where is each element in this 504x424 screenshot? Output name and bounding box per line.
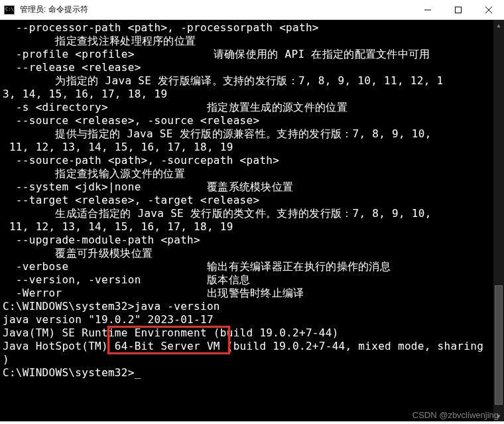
terminal-line: -Werror 出现警告时终止编译 — [3, 287, 501, 300]
terminal-line: --processor-path <path>, -processorpath … — [3, 21, 501, 35]
terminal-line: --source <release>, -source <release> — [3, 114, 501, 127]
terminal-line: C:\WINDOWS\system32>java -version — [3, 300, 501, 313]
terminal-line: 提供与指定的 Java SE 发行版的源兼容性。支持的发行版：7, 8, 9, … — [3, 127, 501, 141]
terminal-line: 3, 14, 15, 16, 17, 18, 19 — [3, 88, 501, 101]
maximize-icon — [455, 7, 462, 13]
window-controls — [412, 0, 504, 19]
terminal-line: --target <release>, -target <release> — [3, 194, 501, 207]
close-button[interactable] — [473, 0, 504, 19]
terminal-line: 11, 12, 13, 14, 15, 16, 17, 18, 19 — [3, 220, 501, 234]
terminal-line: 为指定的 Java SE 发行版编译。支持的发行版：7, 8, 9, 10, 1… — [3, 74, 501, 88]
terminal-line: C:\WINDOWS\system32>_ — [3, 366, 501, 380]
terminal-line: --version, -version 版本信息 — [3, 273, 501, 287]
terminal-line: --upgrade-module-path <path> — [3, 234, 501, 247]
terminal-line: -verbose 输出有关编译器正在执行的操作的消息 — [3, 260, 501, 273]
titlebar: 管理员: 命令提示符 — [0, 0, 504, 20]
terminal-line: Java HotSpot(TM) 64-Bit Server VM (build… — [3, 340, 501, 353]
terminal-line: --system <jdk>|none 覆盖系统模块位置 — [3, 180, 501, 194]
terminal-line: --source-path <path>, -sourcepath <path> — [3, 154, 501, 167]
scrollbar[interactable]: ▲ ▼ — [493, 20, 504, 421]
terminal-line: ) — [3, 353, 501, 366]
maximize-button[interactable] — [443, 0, 473, 19]
terminal-line: 11, 12, 13, 14, 15, 16, 17, 18, 19 — [3, 141, 501, 154]
svg-rect-1 — [456, 7, 462, 13]
minimize-button[interactable] — [412, 0, 443, 19]
terminal-line: 指定查找注释处理程序的位置 — [3, 35, 501, 48]
terminal-line: 指定查找输入源文件的位置 — [3, 167, 501, 180]
terminal-line: 生成适合指定的 Java SE 发行版的类文件。支持的发行版：7, 8, 9, … — [3, 207, 501, 220]
terminal-line: 覆盖可升级模块位置 — [3, 247, 501, 260]
scroll-up-arrow[interactable]: ▲ — [493, 20, 504, 31]
scroll-down-arrow[interactable]: ▼ — [493, 411, 504, 421]
terminal-line: --release <release> — [3, 61, 501, 74]
terminal-line: -s <directory> 指定放置生成的源文件的位置 — [3, 101, 501, 114]
terminal-line: java version "19.0.2" 2023-01-17 — [3, 313, 501, 326]
minimize-icon — [424, 7, 431, 13]
close-icon — [485, 7, 492, 13]
scroll-thumb[interactable] — [495, 285, 503, 405]
terminal-line: Java(TM) SE Runtime Environment (build 1… — [3, 326, 501, 340]
terminal-line: -profile <profile> 请确保使用的 API 在指定的配置文件中可… — [3, 48, 501, 61]
window-title: 管理员: 命令提示符 — [19, 4, 412, 15]
cmd-icon — [4, 5, 15, 15]
terminal-output[interactable]: --processor-path <path>, -processorpath … — [0, 20, 504, 421]
